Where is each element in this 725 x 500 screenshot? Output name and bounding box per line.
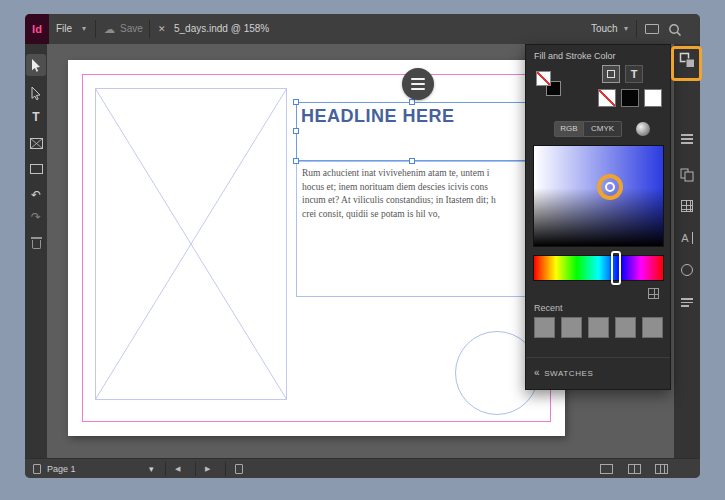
grid-icon: [681, 200, 693, 212]
undo-icon: ↶: [31, 188, 41, 202]
rectangle-icon: [30, 164, 43, 174]
fit-spread-icon[interactable]: [655, 464, 668, 474]
cloud-save-icon: ☁: [104, 14, 115, 44]
device-preview-icon[interactable]: [645, 24, 659, 34]
hollow-arrow-icon: [30, 86, 42, 100]
rectangle-frame-tool[interactable]: [25, 132, 47, 154]
circle-icon: [681, 264, 693, 276]
swatches-panel-button[interactable]: [674, 200, 700, 212]
headline-text: HEADLINE HERE: [301, 106, 455, 127]
panel-dock: A: [674, 44, 700, 458]
delete-button[interactable]: [25, 232, 47, 254]
type-tool[interactable]: T: [25, 106, 47, 128]
selection-handle[interactable]: [409, 99, 415, 105]
spread-icon[interactable]: [235, 464, 243, 474]
body-line: incum et? At viliculis constandius; in I…: [302, 194, 526, 208]
rectangle-tool[interactable]: [25, 158, 47, 180]
status-bar: Page 1 ▾ ◀ ▶: [25, 458, 700, 478]
type-tool-icon: T: [32, 110, 39, 124]
swatch-white[interactable]: [644, 89, 662, 107]
divider: [165, 462, 166, 476]
selection-tool[interactable]: [26, 54, 46, 76]
square-icon: [607, 70, 615, 78]
swatches-label: SWATCHES: [544, 369, 593, 378]
selection-handle[interactable]: [293, 128, 299, 134]
swatch-none[interactable]: [598, 89, 616, 107]
divider: [636, 20, 637, 38]
selection-handle[interactable]: [409, 158, 415, 164]
tools-panel: T ↶ ↷: [25, 44, 47, 458]
paragraph-panel-button[interactable]: [674, 296, 700, 309]
swatches-expand-button[interactable]: «SWATCHES: [534, 367, 593, 378]
recent-swatch[interactable]: [642, 317, 663, 338]
top-menu-bar: Id File ▾ ☁ Save ✕ 5_days.indd @ 158% To…: [25, 14, 700, 44]
search-icon[interactable]: [668, 23, 682, 37]
chevron-down-icon[interactable]: ▾: [149, 459, 154, 479]
divider: [225, 462, 226, 476]
recent-swatch[interactable]: [588, 317, 609, 338]
body-text: Rum achucient inat vivivehenim atam te, …: [302, 167, 526, 221]
chevron-down-icon: ▾: [82, 14, 86, 44]
character-styles-panel-button[interactable]: A: [674, 232, 700, 244]
color-picker-cursor[interactable]: [605, 182, 615, 192]
recent-swatch[interactable]: [561, 317, 582, 338]
color-gradient-field[interactable]: [533, 145, 664, 247]
next-page-button[interactable]: ▶: [205, 459, 210, 479]
hue-slider[interactable]: [533, 255, 664, 281]
trash-icon: [32, 240, 41, 249]
indesign-logo: Id: [25, 14, 49, 44]
placeholder-frame[interactable]: [95, 88, 287, 400]
pages-icon: [680, 168, 694, 182]
menu-file[interactable]: File: [56, 14, 72, 44]
text-icon: T: [631, 68, 638, 80]
recent-label: Recent: [534, 303, 563, 313]
values-grid-icon[interactable]: [648, 288, 659, 299]
fill-proxy-swatch[interactable]: [536, 71, 551, 86]
hamburger-icon: [681, 134, 693, 144]
workspace-switcher[interactable]: Touch: [591, 14, 618, 44]
panel-menu-button[interactable]: [674, 134, 700, 144]
hue-slider-handle[interactable]: [611, 251, 621, 285]
hamburger-icon: [411, 78, 425, 80]
context-menu-button[interactable]: [402, 68, 434, 100]
divider: [526, 357, 670, 358]
save-button[interactable]: Save: [120, 14, 143, 44]
document-tab[interactable]: 5_days.indd @ 158%: [174, 14, 269, 44]
undo-button[interactable]: ↶: [25, 184, 47, 206]
object-color-toggle[interactable]: [602, 65, 620, 83]
double-chevron-left-icon: «: [534, 367, 540, 378]
chevron-down-icon: ▾: [624, 14, 628, 44]
character-style-icon: A: [681, 232, 692, 244]
close-tab-icon[interactable]: ✕: [158, 14, 166, 44]
divider: [195, 462, 196, 476]
redo-icon: ↷: [31, 210, 41, 224]
body-line: crei consit, quidii se potam is hil vo,: [302, 208, 526, 222]
paragraph-lines-icon: [681, 296, 693, 309]
direct-selection-tool[interactable]: [25, 82, 47, 104]
page-icon: [33, 464, 41, 474]
annotation-highlight-box: [671, 46, 702, 81]
mode-cmyk-button[interactable]: CMYK: [584, 121, 622, 137]
color-wheel-icon[interactable]: [636, 122, 650, 136]
text-color-toggle[interactable]: T: [625, 65, 643, 83]
redo-button[interactable]: ↷: [25, 206, 47, 228]
recent-swatch[interactable]: [615, 317, 636, 338]
body-line: hocus et; inem norituam diem descies ici…: [302, 181, 526, 195]
swatch-black[interactable]: [621, 89, 639, 107]
selection-handle[interactable]: [293, 99, 299, 105]
stroke-panel-button[interactable]: [674, 264, 700, 276]
divider: [149, 20, 150, 38]
desktop-background: HEADLINE HERE Rum achucient inat viviveh…: [0, 0, 725, 500]
fill-stroke-color-panel: Fill and Stroke Color T RGB CMYK Recent …: [525, 44, 671, 390]
frame-x-icon: [30, 138, 43, 149]
divider: [95, 20, 96, 38]
recent-swatch[interactable]: [534, 317, 555, 338]
body-line: Rum achucient inat vivivehenim atam te, …: [302, 167, 526, 181]
previous-page-button[interactable]: ◀: [175, 459, 180, 479]
fit-page-icon[interactable]: [628, 464, 641, 474]
mode-rgb-button[interactable]: RGB: [554, 121, 584, 137]
page-indicator[interactable]: Page 1: [47, 459, 76, 479]
selection-handle[interactable]: [293, 158, 299, 164]
pages-panel-button[interactable]: [674, 168, 700, 182]
view-mode-icon[interactable]: [600, 464, 613, 474]
